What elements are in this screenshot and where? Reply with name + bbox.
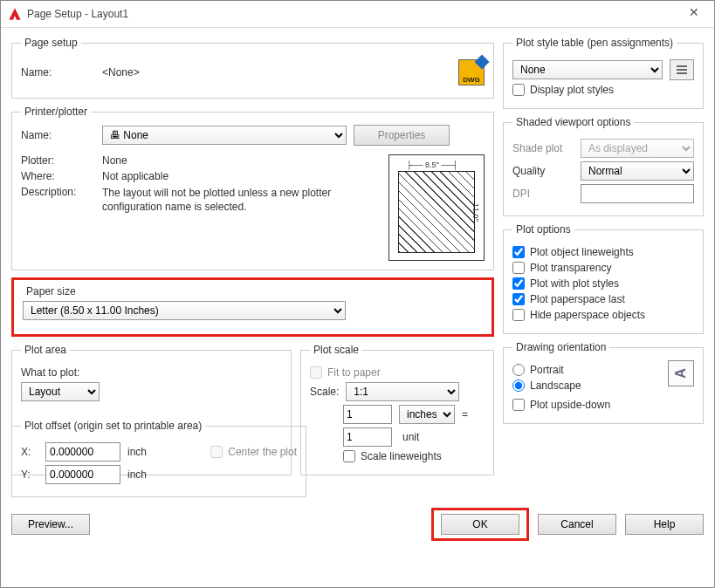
paper-size-legend: Paper size [23, 285, 79, 301]
plot-transparency-label: Plot transparency [530, 262, 611, 274]
plot-area-legend: Plot area [21, 344, 70, 356]
center-plot-label: Center the plot [228, 446, 297, 458]
page-setup-legend: Page setup [21, 37, 81, 49]
orientation-group: Drawing orientation Portrait Landscape A… [503, 341, 704, 424]
page-setup-group: Page setup Name: <None> DWG [11, 37, 494, 99]
svg-rect-0 [677, 65, 687, 67]
scale-numerator-input[interactable] [343, 405, 392, 424]
quality-label: Quality [512, 165, 574, 177]
what-to-plot-label: What to plot: [21, 366, 79, 379]
fit-to-paper-checkbox [310, 366, 322, 379]
what-to-plot-select[interactable]: Layout [21, 382, 100, 401]
plot-style-table-group: Plot style table (pen assignments) None … [503, 37, 704, 109]
offset-x-unit: inch [127, 446, 147, 458]
upside-down-checkbox[interactable] [512, 399, 525, 411]
plot-transparency-checkbox[interactable] [512, 262, 525, 274]
plot-offset-group: Plot offset (origin set to printable are… [11, 420, 306, 497]
landscape-label: Landscape [530, 379, 581, 392]
ok-button[interactable]: OK [441, 514, 519, 535]
preview-button[interactable]: Preview... [11, 514, 90, 535]
portrait-label: Portrait [530, 364, 564, 376]
plotter-value: None [102, 154, 127, 167]
where-value: Not applicable [102, 170, 168, 182]
scale-equals: = [462, 408, 468, 420]
window-title: Page Setup - Layout1 [27, 8, 681, 20]
printer-name-select[interactable]: 🖶 None [102, 126, 347, 145]
plot-scale-group: Plot scale Fit to paper Scale: 1:1 inche… [300, 344, 494, 475]
offset-y-unit: inch [127, 468, 147, 481]
plot-options-group: Plot options Plot object lineweights Plo… [503, 223, 704, 334]
plot-style-legend: Plot style table (pen assignments) [512, 37, 677, 49]
display-plot-styles-label: Display plot styles [530, 84, 614, 96]
plot-lineweights-checkbox[interactable] [512, 246, 525, 258]
offset-x-label: X: [21, 446, 38, 458]
scale-denominator-input[interactable] [343, 427, 392, 447]
printer-name-label: Name: [21, 129, 95, 141]
offset-x-input[interactable] [45, 442, 120, 462]
svg-rect-1 [677, 69, 687, 71]
quality-select[interactable]: Normal [581, 161, 694, 181]
plot-style-select[interactable]: None [512, 60, 663, 79]
desc-value: The layout will not be plotted unless a … [102, 186, 380, 214]
svg-rect-2 [677, 72, 687, 74]
scale-label: Scale: [310, 386, 339, 398]
hide-paperspace-checkbox[interactable] [512, 309, 525, 321]
pagesetup-name-label: Name: [21, 66, 95, 79]
preview-width-label: ├── 8.5'' ──┤ [403, 161, 461, 169]
printer-legend: Printer/plotter [21, 106, 91, 118]
display-plot-styles-checkbox[interactable] [512, 84, 525, 96]
paper-size-select[interactable]: Letter (8.50 x 11.00 Inches) [23, 301, 346, 320]
desc-label: Description: [21, 186, 95, 214]
offset-y-input[interactable] [45, 465, 120, 484]
upside-down-label: Plot upside-down [530, 399, 610, 411]
plot-with-styles-label: Plot with plot styles [530, 277, 619, 290]
preview-height-label: 11.0'' [464, 178, 480, 246]
plot-paperspace-label: Plot paperspace last [530, 293, 625, 305]
shade-plot-label: Shade plot [512, 142, 574, 154]
plot-paperspace-checkbox[interactable] [512, 293, 525, 305]
offset-y-label: Y: [21, 468, 38, 481]
printer-properties-button[interactable]: Properties [354, 125, 450, 146]
plot-with-styles-checkbox[interactable] [512, 277, 525, 290]
hide-paperspace-label: Hide paperspace objects [530, 309, 645, 321]
shade-plot-select: As displayed [581, 139, 694, 158]
dpi-label: DPI [512, 188, 574, 200]
help-button[interactable]: Help [625, 514, 704, 535]
scale-select[interactable]: 1:1 [346, 382, 459, 401]
fit-to-paper-label: Fit to paper [327, 366, 381, 379]
scale-lineweights-checkbox[interactable] [343, 450, 355, 462]
plot-style-edit-button[interactable] [670, 59, 694, 80]
paper-size-group: Paper size Letter (8.50 x 11.00 Inches) [21, 285, 485, 325]
where-label: Where: [21, 170, 95, 182]
landscape-radio[interactable] [512, 379, 525, 392]
plot-scale-legend: Plot scale [310, 344, 362, 356]
titlebar: Page Setup - Layout1 ✕ [1, 1, 714, 28]
list-icon [676, 64, 688, 76]
printer-plotter-group: Printer/plotter Name: 🖶 None Properties … [11, 106, 494, 270]
shaded-legend: Shaded viewport options [512, 116, 634, 128]
dialog-footer: Preview... OK Cancel Help [1, 503, 714, 550]
center-plot-checkbox [210, 446, 223, 458]
app-logo-icon [8, 7, 22, 21]
scale-units-select[interactable]: inches [399, 405, 455, 424]
orientation-legend: Drawing orientation [512, 341, 609, 353]
dwg-icon: DWG [458, 59, 485, 85]
cancel-button[interactable]: Cancel [538, 514, 616, 535]
shaded-viewport-group: Shaded viewport options Shade plot As di… [503, 116, 704, 216]
plot-offset-legend: Plot offset (origin set to printable are… [21, 420, 205, 432]
page-setup-dialog: Page Setup - Layout1 ✕ Page setup Name: … [0, 0, 715, 588]
scale-lineweights-label: Scale lineweights [361, 450, 442, 462]
plot-options-legend: Plot options [512, 223, 574, 236]
pagesetup-name-value: <None> [102, 66, 140, 79]
scale-unit-label: unit [402, 431, 419, 443]
plot-lineweights-label: Plot object lineweights [530, 246, 634, 258]
ok-highlight: OK [431, 508, 529, 541]
paper-preview: ├── 8.5'' ──┤ 11.0'' [388, 154, 485, 261]
orientation-icon: A [668, 360, 694, 386]
portrait-radio[interactable] [512, 364, 525, 376]
plotter-label: Plotter: [21, 154, 95, 167]
dpi-input [581, 184, 694, 203]
close-icon[interactable]: ✕ [681, 5, 707, 23]
paper-size-highlight: Paper size Letter (8.50 x 11.00 Inches) [11, 277, 494, 337]
